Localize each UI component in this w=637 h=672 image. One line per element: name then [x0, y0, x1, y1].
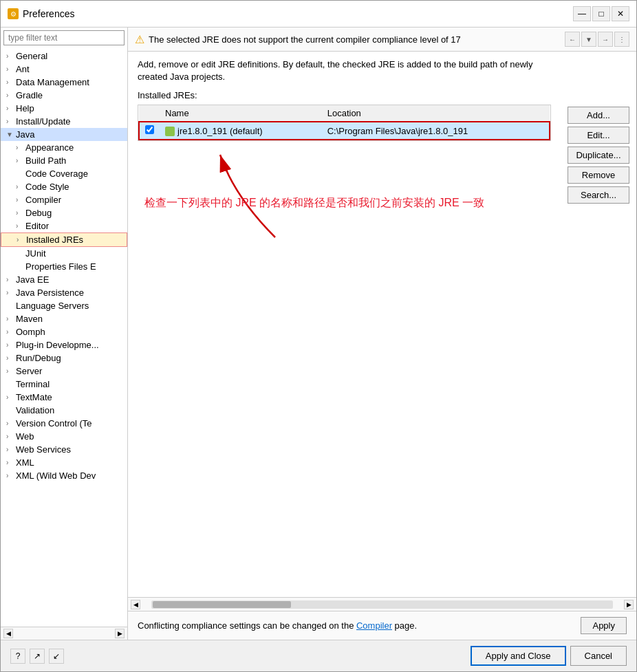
footer-text-before: Conflicting compliance settings can be c… [138, 620, 356, 631]
row-checkbox-cell [139, 122, 160, 140]
sidebar-item-version-control[interactable]: ›Version Control (Te [1, 417, 127, 430]
sidebar-item-gradle[interactable]: ›Gradle [1, 89, 127, 102]
sidebar-item-run-debug[interactable]: ›Run/Debug [1, 351, 127, 365]
description-text: Add, remove or edit JRE definitions. By … [138, 58, 627, 83]
sidebar-item-code-style[interactable]: ›Code Style [1, 180, 127, 193]
sidebar-item-validation[interactable]: Validation [1, 404, 127, 417]
jre-table: Name Location jre1.8.0_191 (default)C:\P… [138, 105, 550, 140]
cancel-button[interactable]: Cancel [570, 646, 627, 666]
panel-header-actions: ← ▼ → ⋮ [565, 32, 629, 47]
sidebar-item-web[interactable]: ›Web [1, 430, 127, 443]
tree-label-textmate: TextMate [16, 392, 52, 402]
row-checkbox[interactable] [145, 125, 154, 134]
filter-input[interactable] [3, 30, 125, 45]
sidebar-item-install-update[interactable]: ›Install/Update [1, 115, 127, 128]
forward-button[interactable]: → [598, 32, 613, 47]
tree-label-ant: Ant [16, 64, 30, 74]
sidebar: ›General›Ant›Data Management›Gradle›Help… [1, 28, 128, 640]
tree-arrow-java: ▼ [6, 131, 14, 138]
forward-dropdown-button[interactable]: ▼ [581, 32, 596, 47]
duplicate-button[interactable]: Duplicate... [568, 147, 629, 164]
minimize-button[interactable]: — [573, 6, 591, 21]
apply-button[interactable]: Apply [581, 617, 627, 634]
h-scrollbar[interactable] [151, 600, 613, 609]
tree-label-xml-wild-web: XML (Wild Web Dev [16, 470, 96, 481]
panel-footer: Conflicting compliance settings can be c… [128, 611, 636, 640]
sidebar-item-java-ee[interactable]: ›Java EE [1, 273, 127, 286]
edit-button[interactable]: Edit... [568, 127, 629, 144]
search-button[interactable]: Search... [568, 186, 629, 204]
tree-label-java-ee: Java EE [16, 274, 49, 285]
sidebar-item-server[interactable]: ›Server [1, 365, 127, 378]
scroll-left-arrow[interactable]: ◀ [3, 629, 13, 638]
maximize-button[interactable]: □ [592, 6, 610, 21]
scroll-left-content[interactable]: ◀ [131, 600, 140, 609]
help-button[interactable]: ? [10, 649, 25, 664]
footer-message: Conflicting compliance settings can be c… [138, 620, 417, 631]
window-icon: ⚙ [8, 8, 19, 19]
sidebar-scroll: ◀ ▶ [1, 627, 127, 640]
apply-close-button[interactable]: Apply and Close [471, 646, 566, 666]
scroll-right-content[interactable]: ▶ [624, 600, 634, 609]
add-button[interactable]: Add... [568, 107, 629, 124]
export-button[interactable]: ↗ [30, 649, 45, 664]
sidebar-item-editor[interactable]: ›Editor [1, 219, 127, 232]
sidebar-item-code-coverage[interactable]: Code Coverage [1, 167, 127, 180]
sidebar-item-properties-files[interactable]: Properties Files E [1, 260, 127, 273]
compiler-link[interactable]: Compiler [356, 620, 392, 631]
jre-table-container: Name Location jre1.8.0_191 (default)C:\P… [138, 105, 551, 141]
sidebar-item-appearance[interactable]: ›Appearance [1, 141, 127, 154]
import-button[interactable]: ↙ [49, 649, 64, 664]
tree: ›General›Ant›Data Management›Gradle›Help… [1, 48, 127, 627]
description-line2: created Java projects. [138, 72, 225, 82]
sidebar-item-web-services[interactable]: ›Web Services [1, 443, 127, 456]
close-button[interactable]: ✕ [612, 6, 629, 21]
tree-label-version-control: Version Control (Te [16, 418, 92, 429]
back-button[interactable]: ← [565, 32, 580, 47]
remove-button[interactable]: Remove [568, 166, 629, 184]
preferences-window: ⚙ Preferences — □ ✕ ›General›Ant›Data Ma… [0, 0, 637, 672]
tree-label-plug-in-development: Plug-in Developme... [16, 340, 99, 350]
sidebar-item-ant[interactable]: ›Ant [1, 63, 127, 76]
footer-text-after: page. [392, 620, 417, 631]
sidebar-item-debug[interactable]: ›Debug [1, 206, 127, 219]
sidebar-item-build-path[interactable]: ›Build Path [1, 154, 127, 167]
h-scrollbar-thumb[interactable] [153, 601, 291, 608]
tree-arrow-data-management: › [6, 78, 14, 86]
tree-label-web: Web [16, 431, 34, 442]
section-label: Installed JREs: [138, 90, 627, 100]
sidebar-item-maven[interactable]: ›Maven [1, 312, 127, 325]
sidebar-item-general[interactable]: ›General [1, 50, 127, 63]
tree-label-help: Help [16, 103, 34, 113]
scroll-right-arrow[interactable]: ▶ [115, 629, 125, 638]
table-row[interactable]: jre1.8.0_191 (default)C:\Program Files\J… [139, 122, 550, 140]
sidebar-item-java-persistence[interactable]: ›Java Persistence [1, 286, 127, 299]
sidebar-item-textmate[interactable]: ›TextMate [1, 391, 127, 404]
sidebar-item-language-servers[interactable]: Language Servers [1, 299, 127, 312]
sidebar-item-compiler[interactable]: ›Compiler [1, 193, 127, 206]
sidebar-item-help[interactable]: ›Help [1, 102, 127, 115]
tree-label-code-style: Code Style [25, 182, 69, 192]
tree-label-build-path: Build Path [25, 155, 66, 166]
tree-arrow-maven: › [6, 315, 14, 323]
tree-arrow-build-path: › [16, 157, 24, 164]
sidebar-item-java[interactable]: ▼Java [1, 128, 127, 141]
panel-body: Add, remove or edit JRE definitions. By … [128, 52, 636, 597]
sidebar-item-junit[interactable]: JUnit [1, 247, 127, 260]
more-button[interactable]: ⋮ [614, 32, 629, 47]
sidebar-item-terminal[interactable]: Terminal [1, 378, 127, 391]
warning-icon: ⚠ [135, 33, 144, 46]
sidebar-item-oomph[interactable]: ›Oomph [1, 325, 127, 338]
sidebar-item-plug-in-development[interactable]: ›Plug-in Developme... [1, 338, 127, 351]
bottom-right: Apply and Close Cancel [471, 646, 627, 666]
tree-label-gradle: Gradle [16, 90, 43, 100]
tree-label-oomph: Oomph [16, 327, 45, 337]
sidebar-item-data-management[interactable]: ›Data Management [1, 76, 127, 89]
tree-arrow-xml: › [6, 459, 14, 466]
description-line1: Add, remove or edit JRE definitions. By … [138, 59, 533, 69]
sidebar-item-xml[interactable]: ›XML [1, 456, 127, 469]
sidebar-item-xml-wild-web[interactable]: ›XML (Wild Web Dev [1, 469, 127, 482]
sidebar-item-installed-jres[interactable]: ›Installed JREs [1, 232, 127, 247]
right-panel: ⚠ The selected JRE does not support the … [128, 28, 636, 640]
tree-label-xml: XML [16, 457, 34, 468]
